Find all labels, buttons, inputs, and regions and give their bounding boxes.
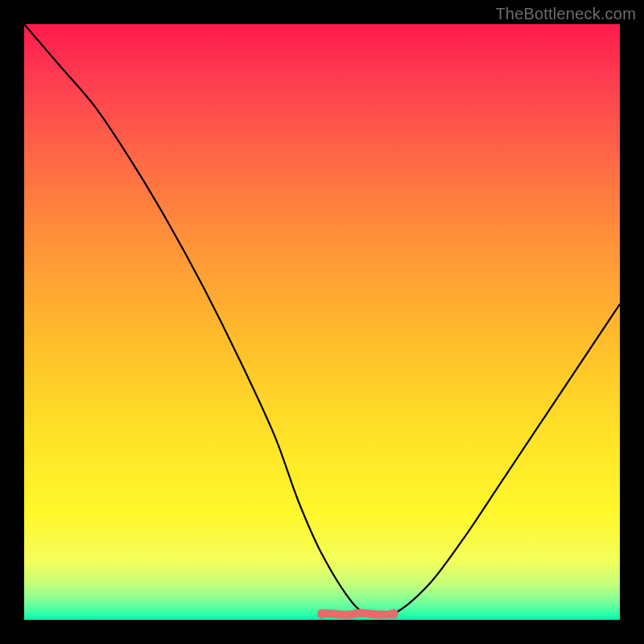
chart-frame: TheBottleneck.com	[0, 0, 644, 644]
plot-area	[24, 24, 620, 620]
trough-dot-right-icon	[389, 609, 398, 619]
trough-dot-left-icon	[317, 609, 327, 619]
trough-marker	[322, 613, 394, 614]
bottleneck-curve	[24, 24, 620, 620]
curve-line	[24, 24, 620, 617]
watermark-text: TheBottleneck.com	[495, 5, 636, 23]
